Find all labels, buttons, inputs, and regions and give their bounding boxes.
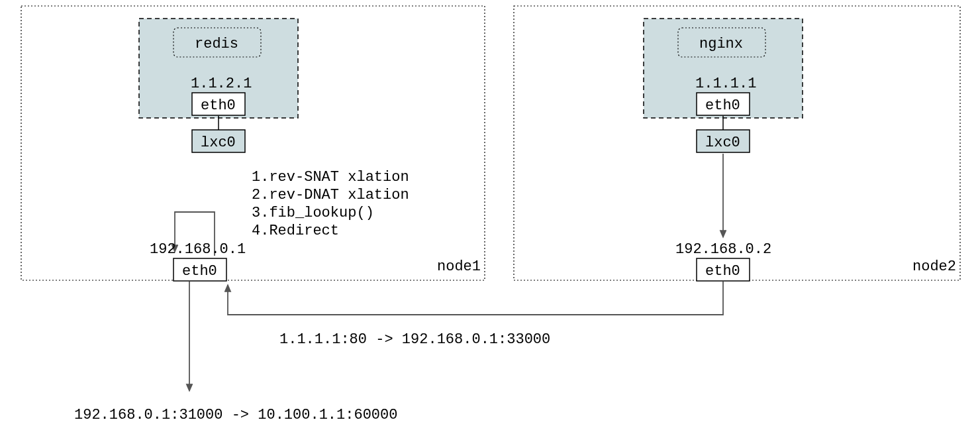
node1-service-label: redis <box>195 36 238 52</box>
inter-node-flow-label: 1.1.1.1:80 -> 192.168.0.1:33000 <box>279 331 550 348</box>
egress-flow-label: 192.168.0.1:31000 -> 10.100.1.1:60000 <box>74 407 397 423</box>
node1-step-2: 2.rev-DNAT xlation <box>252 187 409 203</box>
node2: node2 nginx 1.1.1.1 eth0 lxc0 192.168.0.… <box>514 6 960 281</box>
node1-pod-ip: 1.1.2.1 <box>191 76 252 92</box>
node2-service-label: nginx <box>699 36 743 52</box>
node2-label: node2 <box>912 258 956 275</box>
node1-pod-iface: eth0 <box>201 97 236 114</box>
node2-pod-ip: 1.1.1.1 <box>695 76 756 92</box>
node1-lxc0-label: lxc0 <box>201 134 236 151</box>
node1-host-iface: eth0 <box>182 263 217 280</box>
node2-host-ip: 192.168.0.2 <box>675 241 771 258</box>
node2-lxc0-label: lxc0 <box>705 134 740 151</box>
node1-host-ip: 192.168.0.1 <box>150 241 246 258</box>
node1: node1 redis 1.1.2.1 eth0 lxc0 1.rev-SNAT… <box>21 6 485 281</box>
network-diagram: node1 redis 1.1.2.1 eth0 lxc0 1.rev-SNAT… <box>0 0 980 430</box>
node1-step-1: 1.rev-SNAT xlation <box>252 169 409 186</box>
node2-host-iface: eth0 <box>705 263 740 280</box>
node1-pod: redis 1.1.2.1 eth0 <box>139 19 298 118</box>
node1-step-4: 4.Redirect <box>252 223 339 239</box>
node1-label: node1 <box>437 258 481 275</box>
node1-step-3: 3.fib_lookup() <box>252 205 374 221</box>
node2-pod: nginx 1.1.1.1 eth0 <box>644 19 803 118</box>
node2-pod-iface: eth0 <box>705 97 740 114</box>
inter-node-arrow <box>228 282 723 315</box>
